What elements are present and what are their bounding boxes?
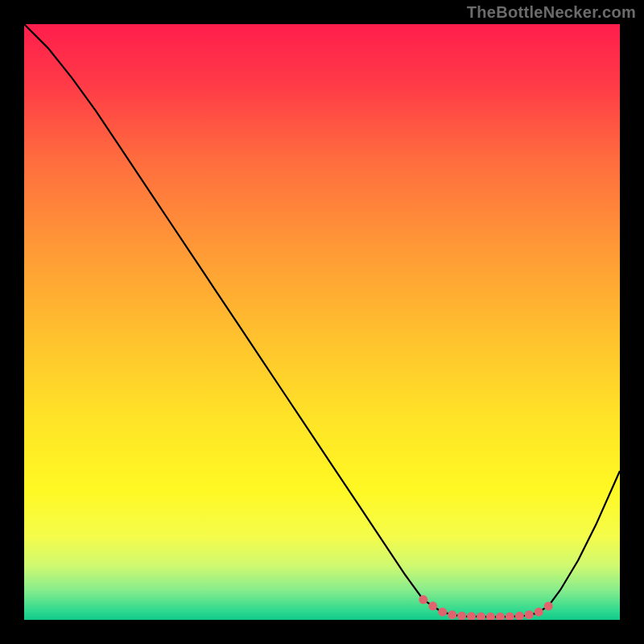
optimal-marker	[419, 595, 427, 604]
optimal-marker	[525, 610, 534, 619]
bottleneck-chart	[24, 24, 620, 620]
optimal-marker	[448, 610, 456, 619]
optimal-marker	[544, 601, 553, 610]
optimal-marker	[438, 608, 447, 617]
plot-area	[24, 24, 620, 620]
gradient-background	[24, 24, 620, 620]
optimal-marker	[428, 601, 437, 610]
chart-frame: TheBottleNecker.com	[0, 0, 644, 644]
watermark-text: TheBottleNecker.com	[467, 3, 636, 22]
optimal-marker	[535, 608, 543, 617]
